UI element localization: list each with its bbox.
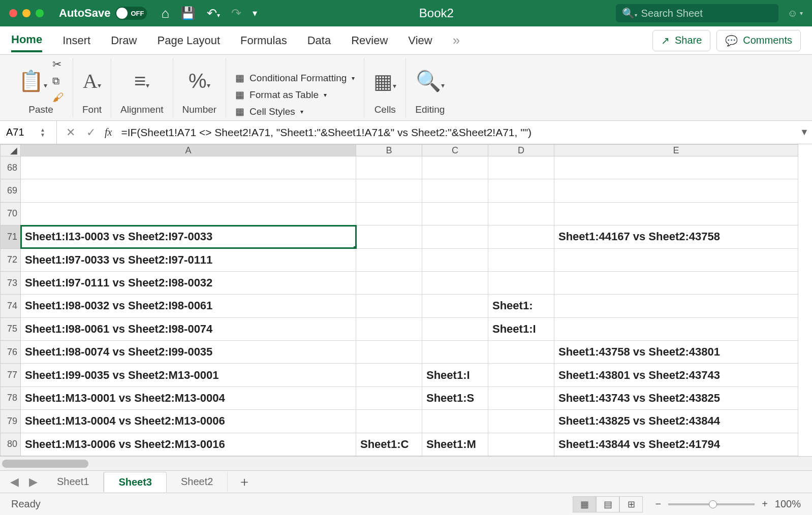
expand-formula-bar-icon[interactable]: ▼ (797, 127, 812, 138)
maximize-icon[interactable] (36, 9, 44, 17)
cell-B73[interactable] (356, 271, 422, 294)
cell-E73[interactable] (554, 271, 798, 294)
cell-D73[interactable] (488, 271, 554, 294)
row-header-78[interactable]: 78 (1, 387, 21, 409)
save-icon[interactable]: 💾 (180, 6, 196, 20)
redo-icon[interactable]: ↷ (231, 6, 241, 20)
tab-draw[interactable]: Draw (111, 30, 137, 51)
cell-D71[interactable] (488, 226, 554, 248)
fx-icon[interactable]: fx (105, 126, 112, 138)
conditional-formatting-button[interactable]: ▦Conditional Formatting ▾ (235, 72, 355, 84)
column-header-A[interactable]: A (21, 145, 356, 156)
cell-C75[interactable] (422, 317, 488, 340)
cell-D76[interactable] (488, 341, 554, 364)
tab-home[interactable]: Home (11, 29, 42, 52)
number-icon[interactable]: %▾ (189, 70, 210, 92)
horizontal-scrollbar[interactable] (0, 456, 812, 470)
column-header-C[interactable]: C (422, 145, 488, 156)
tab-page-layout[interactable]: Page Layout (158, 30, 221, 51)
row-header-70[interactable]: 70 (1, 202, 21, 225)
cell-B76[interactable] (356, 341, 422, 364)
cell-A79[interactable]: Sheet1:M13-0004 vs Sheet2:M13-0006 (21, 410, 356, 433)
formula-input[interactable]: =IF(Sheet1!A71 <> Sheet2!A71, "Sheet1:"&… (119, 126, 797, 139)
undo-icon[interactable]: ↶▾ (207, 6, 220, 20)
cell-C77[interactable]: Sheet1:I (422, 364, 488, 387)
sheet-tab-sheet2[interactable]: Sheet2 (167, 472, 228, 492)
cell-C72[interactable] (422, 248, 488, 271)
name-box[interactable]: A71 ▲▼ (0, 121, 57, 144)
search-box[interactable]: 🔍▾ Search Sheet (616, 4, 778, 22)
row-header-75[interactable]: 75 (1, 317, 21, 340)
scrollbar-thumb[interactable] (2, 460, 88, 468)
cell-E69[interactable] (554, 179, 798, 202)
cell-D68[interactable] (488, 156, 554, 179)
cell-E71[interactable]: Sheet1:44167 vs Sheet2:43758 (554, 226, 798, 248)
cell-C74[interactable] (422, 295, 488, 317)
comments-button[interactable]: 💬 Comments (716, 30, 801, 51)
cell-D74[interactable]: Sheet1: (488, 295, 554, 317)
row-header-74[interactable]: 74 (1, 295, 21, 317)
accept-formula-icon[interactable]: ✓ (86, 126, 96, 139)
cell-E75[interactable] (554, 317, 798, 340)
tab-review[interactable]: Review (351, 30, 388, 51)
cell-D79[interactable] (488, 410, 554, 433)
column-header-E[interactable]: E (554, 145, 798, 156)
cell-D77[interactable] (488, 364, 554, 387)
add-sheet-icon[interactable]: ＋ (228, 473, 261, 491)
cell-B79[interactable] (356, 410, 422, 433)
cell-A78[interactable]: Sheet1:M13-0001 vs Sheet2:M13-0004 (21, 387, 356, 409)
toggle-switch[interactable]: OFF (115, 7, 147, 20)
qat-customize-icon[interactable]: ▾ (253, 8, 257, 19)
cell-B68[interactable] (356, 156, 422, 179)
cell-C78[interactable]: Sheet1:S (422, 387, 488, 409)
cell-E79[interactable]: Sheet1:43825 vs Sheet2:43844 (554, 410, 798, 433)
close-icon[interactable] (9, 9, 17, 17)
feedback-icon[interactable]: ☺▾ (788, 8, 803, 19)
minimize-icon[interactable] (22, 9, 30, 17)
row-header-80[interactable]: 80 (1, 433, 21, 456)
sheet-tab-sheet1[interactable]: Sheet1 (43, 472, 104, 492)
cell-B71[interactable] (356, 226, 422, 248)
format-as-table-button[interactable]: ▦Format as Table ▾ (235, 89, 355, 101)
cell-A69[interactable] (21, 179, 356, 202)
cell-E78[interactable]: Sheet1:43743 vs Sheet2:43825 (554, 387, 798, 409)
tab-formulas[interactable]: Formulas (240, 30, 287, 51)
cell-D80[interactable] (488, 433, 554, 456)
cell-C71[interactable] (422, 226, 488, 248)
cell-B72[interactable] (356, 248, 422, 271)
cell-E74[interactable] (554, 295, 798, 317)
alignment-icon[interactable]: ≡▾ (134, 70, 149, 92)
spreadsheet-grid[interactable]: ◢ A B C D E 68697071Sheet1:I13-0003 vs S… (0, 144, 812, 456)
prev-sheet-icon[interactable]: ◀ (5, 475, 24, 489)
cell-C68[interactable] (422, 156, 488, 179)
zoom-out-icon[interactable]: − (655, 498, 661, 510)
tab-view[interactable]: View (408, 30, 432, 51)
cell-C79[interactable] (422, 410, 488, 433)
cell-C76[interactable] (422, 341, 488, 364)
cell-B69[interactable] (356, 179, 422, 202)
cell-styles-button[interactable]: ▦Cell Styles ▾ (235, 106, 355, 117)
cell-B70[interactable] (356, 202, 422, 225)
cell-A71[interactable]: Sheet1:I13-0003 vs Sheet2:I97-0033 (21, 226, 356, 248)
font-icon[interactable]: A▾ (83, 69, 101, 93)
zoom-control[interactable]: − + 100% (655, 498, 801, 510)
copy-icon[interactable]: ⧉ (52, 75, 64, 87)
zoom-slider-thumb[interactable] (709, 500, 717, 508)
cell-E70[interactable] (554, 202, 798, 225)
share-button[interactable]: ↗ Share (652, 30, 710, 51)
zoom-slider[interactable] (668, 503, 755, 505)
cell-E72[interactable] (554, 248, 798, 271)
sheet-tab-sheet3[interactable]: Sheet3 (104, 472, 167, 492)
zoom-in-icon[interactable]: + (762, 498, 768, 510)
cell-A68[interactable] (21, 156, 356, 179)
cells-icon[interactable]: ▦▾ (373, 70, 396, 93)
row-header-79[interactable]: 79 (1, 410, 21, 433)
tab-insert[interactable]: Insert (63, 30, 90, 51)
select-all-corner[interactable]: ◢ (1, 145, 21, 156)
cell-E77[interactable]: Sheet1:43801 vs Sheet2:43743 (554, 364, 798, 387)
cell-A75[interactable]: Sheet1:I98-0061 vs Sheet2:I98-0074 (21, 317, 356, 340)
cell-A77[interactable]: Sheet1:I99-0035 vs Sheet2:M13-0001 (21, 364, 356, 387)
row-header-68[interactable]: 68 (1, 156, 21, 179)
cell-E68[interactable] (554, 156, 798, 179)
row-header-69[interactable]: 69 (1, 179, 21, 202)
